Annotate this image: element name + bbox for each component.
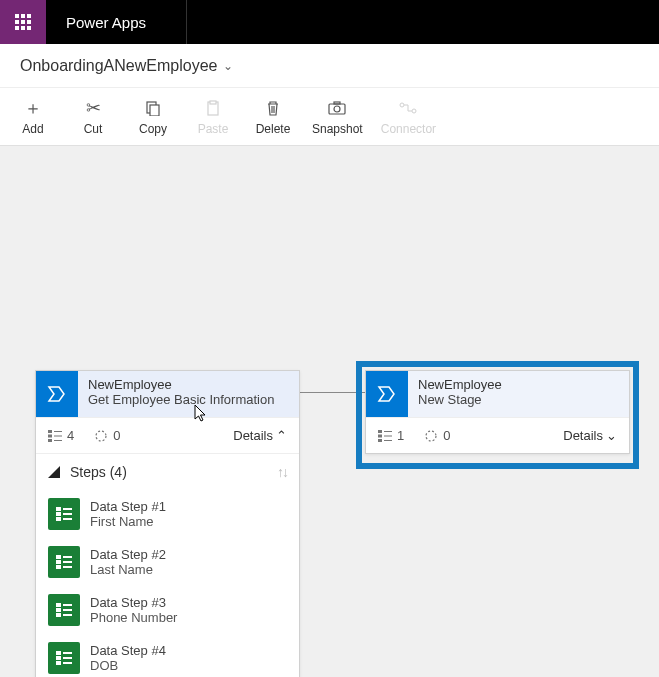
circle-dashed-icon (424, 429, 438, 443)
svg-rect-35 (56, 656, 61, 660)
form-step-icon (48, 594, 80, 626)
steps-list: Data Step #1 First Name Data Step #2 Las… (36, 490, 299, 677)
details-label: Details (233, 428, 273, 443)
breadcrumb[interactable]: OnboardingANewEmployee ⌄ (20, 57, 233, 75)
snapshot-label: Snapshot (312, 122, 363, 136)
stage-header[interactable]: NewEmployee Get Employee Basic Informati… (36, 371, 299, 417)
step-item[interactable]: Data Step #4 DOB (36, 634, 299, 677)
svg-rect-12 (54, 431, 62, 432)
step-field: Last Name (90, 562, 166, 577)
delete-button[interactable]: Delete (252, 98, 294, 136)
svg-point-8 (412, 109, 416, 113)
stage-titles: NewEmployee New Stage (408, 371, 629, 417)
svg-rect-26 (63, 561, 72, 563)
connector-label: Connector (381, 122, 436, 136)
cut-button[interactable]: ✂ Cut (72, 98, 114, 136)
cut-label: Cut (84, 122, 103, 136)
details-toggle[interactable]: Details ⌄ (563, 428, 617, 443)
list-icon (48, 430, 62, 442)
step-field: First Name (90, 514, 166, 529)
copy-button[interactable]: Copy (132, 98, 174, 136)
svg-rect-9 (48, 430, 52, 433)
stage-card-1[interactable]: NewEmployee Get Employee Basic Informati… (35, 370, 300, 677)
stage-header[interactable]: NewEmployee New Stage (366, 371, 629, 417)
step-item[interactable]: Data Step #2 Last Name (36, 538, 299, 586)
stage-entity: NewEmployee (418, 377, 619, 392)
svg-point-5 (334, 106, 340, 112)
add-label: Add (22, 122, 43, 136)
steps-count: 4 (48, 428, 74, 443)
divider (186, 0, 187, 44)
svg-point-7 (400, 103, 404, 107)
step-item[interactable]: Data Step #1 First Name (36, 490, 299, 538)
step-title: Data Step #4 (90, 643, 166, 658)
connector-button: Connector (381, 98, 436, 136)
trash-icon (265, 98, 281, 118)
svg-rect-30 (56, 613, 61, 617)
svg-rect-42 (378, 439, 382, 442)
app-launcher-button[interactable] (0, 0, 46, 44)
circle-dashed-icon (94, 429, 108, 443)
steps-section-header[interactable]: Steps (4) ↑↓ (36, 453, 299, 490)
triangle-icon (48, 466, 60, 478)
app-title: Power Apps (46, 14, 166, 31)
details-toggle[interactable]: Details ⌃ (233, 428, 287, 443)
paste-label: Paste (198, 122, 229, 136)
svg-rect-37 (63, 652, 72, 654)
toolbar: ＋ Add ✂ Cut Copy Paste Delete Snapshot C… (0, 88, 659, 146)
svg-rect-24 (56, 565, 61, 569)
svg-rect-41 (378, 434, 382, 437)
chevron-down-icon: ⌄ (606, 428, 617, 443)
stage-name: New Stage (418, 392, 619, 407)
svg-rect-29 (56, 608, 61, 612)
step-texts: Data Step #2 Last Name (90, 547, 166, 577)
stage-name: Get Employee Basic Information (88, 392, 289, 407)
step-field: DOB (90, 658, 166, 673)
svg-rect-16 (56, 507, 61, 511)
svg-rect-21 (63, 518, 72, 520)
svg-rect-38 (63, 657, 72, 659)
wait-count-value: 0 (443, 428, 450, 443)
svg-rect-3 (210, 101, 216, 104)
stage-chevron-icon (36, 371, 78, 417)
connector-icon (399, 98, 417, 118)
camera-icon (328, 98, 346, 118)
svg-rect-45 (384, 440, 392, 441)
paste-button: Paste (192, 98, 234, 136)
stage-info-bar: 4 0 Details ⌃ (36, 417, 299, 453)
step-item[interactable]: Data Step #3 Phone Number (36, 586, 299, 634)
svg-rect-13 (54, 435, 62, 436)
svg-rect-23 (56, 560, 61, 564)
step-count-value: 1 (397, 428, 404, 443)
svg-rect-40 (378, 430, 382, 433)
chevron-down-icon: ⌄ (223, 59, 233, 73)
reorder-arrows-icon: ↑↓ (277, 464, 287, 480)
form-step-icon (48, 546, 80, 578)
svg-rect-28 (56, 603, 61, 607)
wait-count: 0 (94, 428, 120, 443)
subheader: OnboardingANewEmployee ⌄ (0, 44, 659, 88)
stage-entity: NewEmployee (88, 377, 289, 392)
svg-rect-34 (56, 651, 61, 655)
svg-point-15 (96, 431, 106, 441)
svg-point-46 (426, 431, 436, 441)
stage-chevron-icon (366, 371, 408, 417)
svg-rect-1 (150, 105, 159, 116)
stage-titles: NewEmployee Get Employee Basic Informati… (78, 371, 299, 417)
svg-rect-27 (63, 566, 72, 568)
step-title: Data Step #3 (90, 595, 177, 610)
steps-count: 1 (378, 428, 404, 443)
wait-count-value: 0 (113, 428, 120, 443)
svg-rect-22 (56, 555, 61, 559)
svg-rect-6 (334, 102, 340, 104)
form-step-icon (48, 498, 80, 530)
delete-label: Delete (256, 122, 291, 136)
clipboard-icon (205, 98, 221, 118)
add-button[interactable]: ＋ Add (12, 98, 54, 136)
snapshot-button[interactable]: Snapshot (312, 98, 363, 136)
breadcrumb-text: OnboardingANewEmployee (20, 57, 217, 75)
canvas[interactable]: NewEmployee Get Employee Basic Informati… (0, 146, 659, 677)
stage-card-2[interactable]: NewEmployee New Stage 1 0 Details ⌄ (365, 370, 630, 454)
step-title: Data Step #1 (90, 499, 166, 514)
svg-rect-44 (384, 435, 392, 436)
